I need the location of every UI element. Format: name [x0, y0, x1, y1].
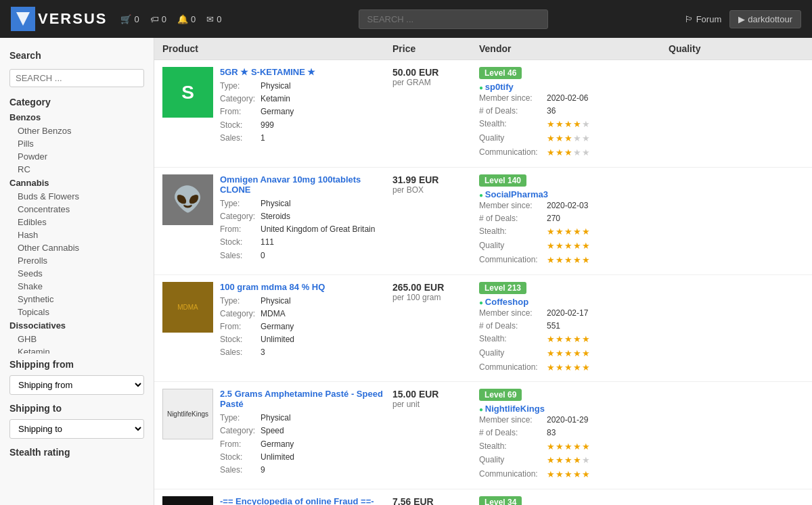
type-label: Type: [220, 80, 261, 93]
vendor-stealth: Stealth: ★★★★★ [479, 440, 669, 454]
quality-stars: ★★★★★ [547, 347, 591, 361]
vendor-member-since: Member since: 2020-02-06 [479, 92, 669, 105]
category-item[interactable]: Other Benzos [0, 124, 154, 137]
product-from-row: From: Germany [220, 438, 392, 451]
category-item[interactable]: Shake [0, 280, 154, 293]
bell-count: 0 [191, 14, 196, 24]
product-thumb-4: 💻 [162, 496, 213, 505]
price-cell-2: 265.00 EUR per 100 gram [392, 282, 479, 302]
category-item[interactable]: Edibles [0, 216, 154, 229]
sales-label: Sales: [220, 464, 261, 477]
category-group-label[interactable]: Benzos [0, 110, 154, 124]
category-item[interactable]: GHB [0, 333, 154, 345]
header-search-input[interactable] [359, 9, 548, 29]
vendor-communication: Communication: ★★★★★ [479, 254, 669, 268]
product-sales-row: Sales: 9 [220, 464, 392, 477]
from-value: Germany [261, 438, 294, 451]
shipping-to-select-wrapper: Shipping to [9, 419, 144, 439]
category-item[interactable]: Ketamin [0, 345, 154, 354]
vendor-communication: Communication: ★★★★★ [479, 361, 669, 375]
category-section-title: Category [0, 91, 154, 110]
category-item[interactable]: Buds & Flowers [0, 190, 154, 203]
category-item[interactable]: Topicals [0, 306, 154, 318]
type-label: Type: [220, 412, 261, 425]
vendor-quality: Quality ★★★★★ [479, 239, 669, 254]
comm-stars: ★★★★★ [547, 468, 591, 482]
vendor-cell-3: Level 69 NightlifeKings Member since: 20… [479, 389, 669, 482]
vendor-name[interactable]: sp0tify [479, 82, 514, 92]
category-group-label[interactable]: Cannabis [0, 176, 154, 190]
level-badge: Level 140 [479, 174, 526, 187]
product-from-row: From: Germany [220, 320, 392, 333]
category-group-label[interactable]: Dissociatives [0, 318, 154, 333]
category-item[interactable]: Hash [0, 229, 154, 241]
product-cell-1: 👽 Omnigen Anavar 10mg 100tablets CLONE T… [162, 174, 392, 262]
level-badge: Level 34 [479, 496, 522, 505]
forum-icon: 🏳 [685, 14, 694, 24]
product-title-0[interactable]: 5GR ★ S-KETAMINE ★ [220, 67, 392, 77]
comm-stars: ★★★★★ [547, 254, 591, 268]
category-item[interactable]: Powder [0, 150, 154, 163]
user-menu-button[interactable]: ▶ darkdottour [729, 10, 801, 28]
mail-icon: ✉ [206, 14, 214, 24]
category-value: Speed [261, 425, 284, 437]
price-cell-0: 50.00 EUR per GRAM [392, 67, 479, 87]
category-item[interactable]: Pills [0, 137, 154, 150]
category-item[interactable]: Concentrates [0, 203, 154, 216]
category-item[interactable]: Seeds [0, 267, 154, 280]
tags-icon-item[interactable]: 🏷 0 [150, 14, 166, 24]
stock-label: Stock: [220, 236, 261, 249]
svg-marker-0 [16, 12, 30, 26]
vendor-name[interactable]: NightlifeKings [479, 404, 545, 414]
vendor-name[interactable]: SocialPharma3 [479, 189, 548, 199]
product-title-1[interactable]: Omnigen Anavar 10mg 100tablets CLONE [220, 174, 392, 195]
comm-stars: ★★★★★ [547, 146, 591, 160]
level-badge: Level 46 [479, 67, 522, 79]
mail-icon-item[interactable]: ✉ 0 [206, 14, 221, 24]
stock-value: 111 [261, 236, 274, 249]
stealth-stars: ★★★★★ [547, 225, 591, 239]
vendor-deals: # of Deals: 36 [479, 105, 669, 118]
product-stock-row: Stock: 999 [220, 119, 392, 132]
vendor-name[interactable]: Coffeshop [479, 297, 528, 307]
tags-count: 0 [162, 14, 166, 24]
shipping-to-select[interactable]: Shipping to [9, 419, 144, 439]
product-type-row: Type: Physical [220, 80, 392, 93]
category-item[interactable]: Other Cannabis [0, 241, 154, 254]
sidebar-search-box [0, 65, 154, 91]
table-row: 👽 Omnigen Anavar 10mg 100tablets CLONE T… [154, 168, 812, 275]
chevron-right-icon: ▶ [738, 14, 745, 24]
from-label: From: [220, 320, 261, 333]
category-label: Category: [220, 308, 261, 320]
quality-stars: ★★★★★ [547, 239, 591, 254]
cart-icon-item[interactable]: 🛒 0 [120, 14, 139, 24]
sidebar-search-input[interactable] [9, 69, 144, 87]
sales-label: Sales: [220, 346, 261, 359]
level-badge: Level 213 [479, 282, 526, 294]
bell-icon-item[interactable]: 🔔 0 [177, 14, 196, 24]
product-sales-row: Sales: 1 [220, 132, 392, 145]
from-value: Germany [261, 320, 294, 333]
category-label: Category: [220, 93, 261, 105]
table-row: S 5GR ★ S-KETAMINE ★ Type: Physical Cate… [154, 60, 812, 168]
category-item[interactable]: RC [0, 163, 154, 176]
product-title-2[interactable]: 100 gram mdma 84 % HQ [220, 282, 392, 292]
vendor-cell-4: Level 34 g0ldenboy Member since: 2020-03… [479, 496, 669, 505]
product-sales-row: Sales: 3 [220, 346, 392, 359]
category-item[interactable]: Prerolls [0, 254, 154, 267]
logo: VERSUS [11, 7, 107, 31]
product-title-3[interactable]: 2.5 Grams Amphetamine Pasté - Speed Past… [220, 389, 392, 409]
category-item[interactable]: Synthetic [0, 293, 154, 306]
stock-value: 999 [261, 119, 274, 132]
price-amount: 50.00 EUR [392, 67, 479, 78]
forum-button[interactable]: 🏳 Forum [685, 14, 722, 24]
product-info-4: -== Encyclopedia of online Fraud ==- Typ… [220, 496, 392, 505]
price-amount: 265.00 EUR [392, 282, 479, 293]
shipping-from-select[interactable]: Shipping from [9, 375, 144, 395]
product-stock-row: Stock: Unlimited [220, 333, 392, 346]
sales-label: Sales: [220, 132, 261, 145]
sales-value: 3 [261, 346, 265, 359]
product-title-4[interactable]: -== Encyclopedia of online Fraud ==- [220, 496, 392, 505]
header-search-area [235, 9, 671, 29]
product-category-row: Category: MDMA [220, 308, 392, 320]
